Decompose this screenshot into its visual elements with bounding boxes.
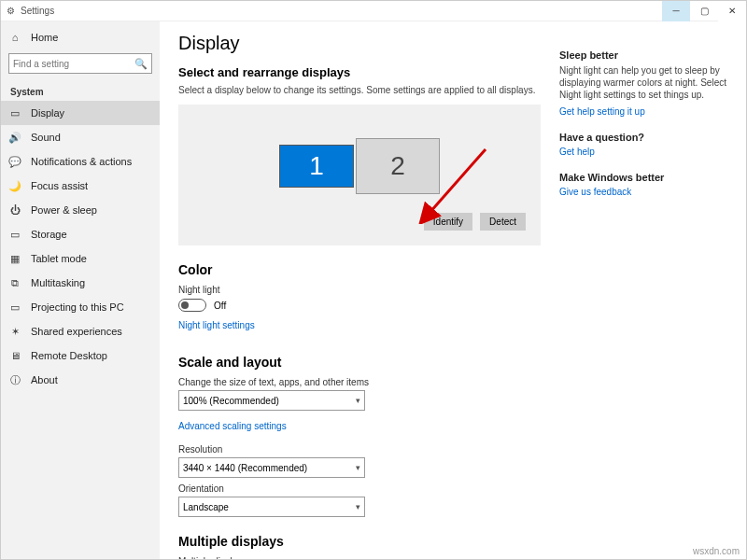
storage-icon: ▭ (8, 229, 21, 241)
search-box[interactable]: 🔍 (8, 53, 152, 74)
detect-button[interactable]: Detect (480, 213, 526, 231)
sidebar: ⌂ Home 🔍 System ▭ Display 🔊 Sound 💬 Noti… (1, 21, 160, 559)
aside-question-link[interactable]: Get help (559, 147, 595, 157)
tablet-icon: ▦ (8, 253, 21, 265)
chevron-down-icon: ▾ (356, 502, 360, 511)
identify-button[interactable]: Identify (424, 213, 472, 231)
watermark: wsxdn.com (693, 546, 740, 556)
sidebar-item-storage[interactable]: ▭ Storage (1, 222, 160, 246)
focus-icon: 🌙 (8, 180, 21, 192)
orientation-select[interactable]: Landscape ▾ (178, 497, 365, 517)
scale-select[interactable]: 100% (Recommended) ▾ (178, 390, 365, 411)
sidebar-item-label: Projecting to this PC (31, 301, 124, 313)
rearrange-heading: Select and rearrange displays (178, 65, 541, 79)
night-light-label: Night light (178, 285, 541, 295)
orientation-value: Landscape (183, 502, 229, 512)
search-input[interactable] (13, 59, 134, 69)
sidebar-item-power[interactable]: ⏻ Power & sleep (1, 198, 160, 222)
sidebar-item-label: Remote Desktop (31, 350, 107, 361)
sidebar-item-sound[interactable]: 🔊 Sound (1, 125, 160, 149)
resolution-label: Resolution (178, 444, 541, 455)
sidebar-item-label: Notifications & actions (31, 156, 132, 167)
scale-label: Change the size of text, apps, and other… (178, 377, 541, 387)
sidebar-item-projecting[interactable]: ▭ Projecting to this PC (1, 295, 160, 319)
night-light-toggle[interactable]: Off (178, 299, 541, 312)
settings-icon: ⚙ (7, 6, 15, 16)
remote-icon: 🖥 (8, 350, 21, 361)
resolution-select[interactable]: 3440 × 1440 (Recommended) ▾ (178, 457, 365, 478)
settings-window: ⚙ Settings ─ ▢ ✕ ⌂ Home 🔍 System ▭ Displ… (0, 0, 747, 560)
sidebar-item-label: Power & sleep (31, 204, 97, 216)
minimize-button[interactable]: ─ (662, 1, 690, 21)
power-icon: ⏻ (8, 204, 21, 216)
sidebar-item-label: Tablet mode (31, 253, 87, 264)
monitor-1[interactable]: 1 (279, 145, 354, 188)
rearrange-desc: Select a display below to change its set… (178, 85, 541, 95)
monitor-2[interactable]: 2 (356, 138, 440, 194)
sidebar-item-label: Focus assist (31, 180, 88, 191)
resolution-value: 3440 × 1440 (Recommended) (183, 463, 307, 473)
page-title: Display (178, 33, 541, 54)
notifications-icon: 💬 (8, 156, 21, 168)
multiple-displays-label: Multiple displays (178, 556, 541, 559)
chevron-down-icon: ▾ (356, 396, 360, 405)
scale-value: 100% (Recommended) (183, 396, 279, 406)
orientation-label: Orientation (178, 483, 541, 494)
sidebar-home-label: Home (31, 32, 58, 43)
search-icon: 🔍 (134, 58, 148, 70)
window-title: Settings (21, 6, 54, 16)
aside-sleep-link[interactable]: Get help setting it up (559, 106, 645, 117)
about-icon: ⓘ (8, 373, 21, 387)
sidebar-item-focus-assist[interactable]: 🌙 Focus assist (1, 174, 160, 198)
aside-feedback-link[interactable]: Give us feedback (559, 187, 631, 197)
sidebar-item-multitasking[interactable]: ⧉ Multitasking (1, 271, 160, 295)
projecting-icon: ▭ (8, 301, 21, 314)
color-heading: Color (178, 262, 541, 277)
sidebar-category: System (1, 79, 160, 101)
sound-icon: 🔊 (8, 132, 21, 144)
aside-feedback-title: Make Windows better (559, 172, 733, 183)
sidebar-item-remote[interactable]: 🖥 Remote Desktop (1, 343, 160, 368)
maximize-button[interactable]: ▢ (690, 1, 718, 21)
shared-icon: ✶ (8, 326, 21, 338)
scale-heading: Scale and layout (178, 355, 541, 370)
sidebar-home[interactable]: ⌂ Home (1, 25, 160, 49)
content: Display Select and rearrange displays Se… (160, 21, 559, 559)
chevron-down-icon: ▾ (356, 463, 360, 472)
sidebar-item-notifications[interactable]: 💬 Notifications & actions (1, 149, 160, 174)
toggle-state: Off (214, 301, 226, 311)
sidebar-item-label: About (31, 374, 58, 385)
toggle-switch[interactable] (178, 299, 206, 312)
display-arrange-panel: 1 2 Identify Detect (178, 105, 541, 245)
multiple-displays-heading: Multiple displays (178, 534, 541, 549)
home-icon: ⌂ (8, 32, 21, 43)
sidebar-item-label: Display (31, 107, 64, 119)
sidebar-item-label: Shared experiences (31, 326, 122, 337)
sidebar-item-label: Sound (31, 132, 61, 143)
sidebar-item-tablet[interactable]: ▦ Tablet mode (1, 246, 160, 271)
sidebar-item-label: Storage (31, 229, 67, 240)
sidebar-item-label: Multitasking (31, 277, 85, 288)
advanced-scaling-link[interactable]: Advanced scaling settings (178, 421, 287, 431)
titlebar: ⚙ Settings ─ ▢ ✕ (1, 1, 746, 21)
aside-sleep-body: Night light can help you get to sleep by… (559, 64, 733, 101)
sidebar-item-shared[interactable]: ✶ Shared experiences (1, 319, 160, 343)
sidebar-item-about[interactable]: ⓘ About (1, 368, 160, 392)
close-button[interactable]: ✕ (718, 1, 746, 21)
sidebar-item-display[interactable]: ▭ Display (1, 101, 160, 125)
help-aside: Sleep better Night light can help you ge… (559, 21, 746, 559)
aside-sleep-title: Sleep better (559, 49, 733, 61)
aside-question-title: Have a question? (559, 132, 733, 143)
multitasking-icon: ⧉ (8, 277, 21, 289)
display-icon: ▭ (8, 107, 21, 119)
night-light-settings-link[interactable]: Night light settings (178, 320, 255, 330)
